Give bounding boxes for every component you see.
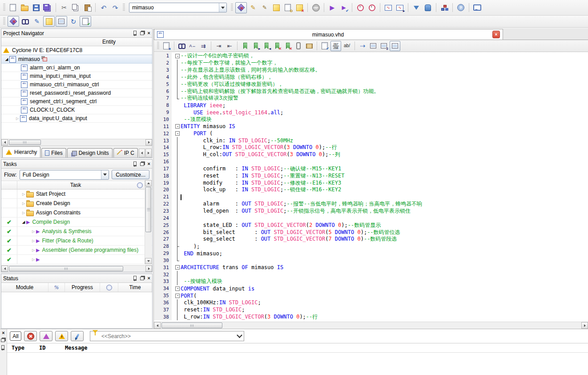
fold-marker[interactable] [175, 292, 181, 299]
tree-item-instance[interactable]: ▷abcdata_input:U_data_input [1, 114, 152, 123]
filter-warnings-button[interactable] [55, 331, 68, 341]
code-line[interactable]: 15 H_col:OUT STD_LOGIC_VECTOR(3 DOWNTO 0… [154, 151, 588, 158]
code-line[interactable]: 25 state_LED : OUT STD_LOGIC_VECTOR(2 DO… [154, 222, 588, 229]
toolbar-grip[interactable] [231, 4, 233, 12]
code-line[interactable]: 27 seg_select : OUT STD_LOGIC_VECTOR(7 D… [154, 236, 588, 243]
expander-icon[interactable]: ▷ [21, 202, 26, 206]
tab-design-units[interactable]: Design Units [67, 148, 113, 157]
code-line[interactable]: 22 alarm : OUT STD_LOGIC;--报警--当低电平时，蜂鸣器… [154, 201, 588, 208]
search-input[interactable] [101, 333, 235, 340]
edit-report-icon[interactable]: ✎ [32, 16, 42, 26]
flow-combo[interactable]: Full Design [20, 170, 109, 180]
goto-icon[interactable]: ⇉ [198, 41, 208, 51]
expander-icon[interactable]: ▷ [15, 117, 20, 121]
code-line[interactable]: 12 PORT ( [154, 130, 588, 137]
feedback-icon[interactable] [472, 3, 483, 13]
check-design-icon[interactable]: ✔ [80, 16, 91, 27]
code-line[interactable]: 11ENTITY mimasuo IS [154, 123, 588, 130]
tab-hierarchy[interactable]: Hierarchy [2, 146, 40, 157]
fold-marker[interactable] [175, 130, 181, 137]
find-icon[interactable] [20, 16, 31, 26]
close-icon[interactable]: × [148, 161, 150, 166]
filter-critical-warnings-button[interactable] [40, 331, 52, 341]
expander-icon[interactable]: ▷ [31, 230, 36, 234]
filter-all-button[interactable]: All [10, 331, 21, 341]
code-line[interactable]: 3--并在显示器上显示该数值，同时将先前输入的数据左移。 [154, 67, 588, 74]
scroll-down-button[interactable] [145, 258, 152, 264]
close-tab-icon[interactable]: × [492, 31, 500, 38]
scroll-left-button[interactable] [154, 322, 161, 329]
code-line[interactable]: 23 led_open : OUT STD_LOGIC;--开锁指示信号，高电平… [154, 208, 588, 215]
tree-item-instance[interactable]: abcreset_password:i_reset_password [1, 89, 152, 97]
task-row[interactable]: ✔◢▶Compile Design [1, 218, 152, 227]
combo-arrow-button[interactable] [219, 3, 226, 12]
code-line[interactable]: 26 bit_select : OUT STD_LOGIC_VECTOR(5 D… [154, 229, 588, 236]
code-line[interactable]: 36 clk_100KHz:IN STD_LOGIC; [154, 299, 588, 306]
copy-icon[interactable] [70, 3, 81, 13]
remove-assignments-icon[interactable]: ✕ [294, 3, 305, 13]
task-row[interactable]: ✔▷▶ [1, 255, 152, 264]
tree-item-instance[interactable]: abcCLOCK:U_CLOCK [1, 106, 152, 114]
entity-column-header[interactable]: Entity [1, 38, 152, 46]
expander-icon[interactable]: ◢ [21, 220, 26, 224]
assignments-doc-icon[interactable] [271, 3, 282, 13]
save-all-icon[interactable] [42, 3, 53, 13]
stop-icon[interactable]: STOP [310, 3, 321, 13]
tab-scroll-right-button[interactable] [145, 149, 152, 157]
horizontal-scrollbar[interactable] [1, 139, 152, 145]
outline-numbered-icon[interactable]: 2 [379, 41, 389, 51]
code-line[interactable]: 17 confirm : IN STD_LOGIC;--确认键--M15--KE… [154, 165, 588, 173]
filter-flagged-button[interactable] [71, 331, 84, 341]
file-settings-icon[interactable]: ■ [161, 41, 171, 51]
message-search-combo[interactable] [90, 331, 244, 341]
scroll-up-button[interactable] [145, 180, 152, 186]
design-partitions-icon[interactable] [56, 16, 67, 27]
float-icon[interactable] [140, 162, 144, 166]
outline-full-icon[interactable] [390, 41, 400, 51]
toolbar-grip[interactable] [3, 4, 5, 12]
timing-constraints-icon[interactable] [366, 3, 377, 13]
code-line[interactable]: 32 [154, 271, 588, 278]
code-line[interactable]: 14 L_row:IN STD_LOGIC_VECTOR(3 DOWNTO 0)… [154, 144, 588, 151]
tree-item-instance[interactable]: abcmima_input:i_mima_input [1, 72, 152, 81]
comment-icon[interactable]: ab/ [342, 41, 352, 51]
tree-item-instance[interactable]: abcsegment_ctrl:i_segment_ctrl [1, 97, 152, 106]
start-compilation-icon[interactable]: ▶ [327, 3, 338, 13]
scroll-thumb[interactable] [145, 187, 151, 232]
template-icon[interactable] [304, 41, 314, 51]
tab-scroll-left-button[interactable] [139, 149, 145, 157]
code-line[interactable]: 31ARCHITECTURE trans OF mimasuo IS [154, 264, 588, 271]
bookmark-clear-icon[interactable]: ✕ [272, 41, 282, 51]
expander-icon[interactable]: ◢ [4, 57, 9, 61]
code-line[interactable]: 13 clk_in: IN STD_LOGIC;--50MHz [154, 137, 588, 144]
code-line[interactable]: 18 reset : IN STD_LOGIC;--重置键--N13--RESE… [154, 172, 588, 179]
horizontal-scrollbar[interactable] [1, 265, 152, 272]
task-row[interactable]: ▷Create Design [1, 199, 152, 208]
close-icon[interactable]: × [148, 276, 150, 281]
tab-mimasuo-vhd[interactable]: abc mimasuo.vhd × [154, 29, 503, 40]
task-row[interactable]: ✔▷▶Fitter (Place & Route) [1, 236, 152, 246]
bookmark-clear-all-icon[interactable]: ✕ [283, 41, 293, 51]
code-line[interactable]: 35PORT( [154, 292, 588, 299]
code-line[interactable]: 9 USE ieee.std_logic_1164.all; [154, 109, 588, 116]
expander-icon[interactable]: ▷ [21, 192, 26, 196]
code-line[interactable]: 30 [154, 257, 588, 264]
line-numbers-icon[interactable]: 267268 [330, 41, 341, 51]
paste-icon[interactable] [82, 3, 93, 13]
task-row[interactable]: ✔▷▶Analysis & Synthesis [1, 227, 152, 236]
pin-icon[interactable] [133, 31, 137, 36]
code-editor[interactable]: 1--设计一个6位的电子密码锁，2--每按下一个数字键，就输入一个数字，3--并… [154, 52, 588, 322]
signal-tap-icon[interactable] [423, 3, 433, 13]
pin-icon[interactable] [133, 161, 137, 166]
fold-marker[interactable] [175, 52, 181, 60]
code-line[interactable]: 34COMPONENT data_input is [154, 285, 588, 292]
programmer-icon[interactable] [411, 3, 422, 13]
assignment-d-icon[interactable]: D [282, 3, 293, 13]
scroll-thumb[interactable] [161, 323, 222, 328]
code-line[interactable]: 28 ); [154, 243, 588, 250]
fold-marker[interactable] [175, 264, 181, 271]
pin-icon[interactable] [1, 345, 4, 350]
toolbar-grip[interactable] [123, 4, 125, 12]
scroll-thumb[interactable] [9, 140, 41, 145]
horizontal-scrollbar[interactable] [154, 322, 588, 329]
